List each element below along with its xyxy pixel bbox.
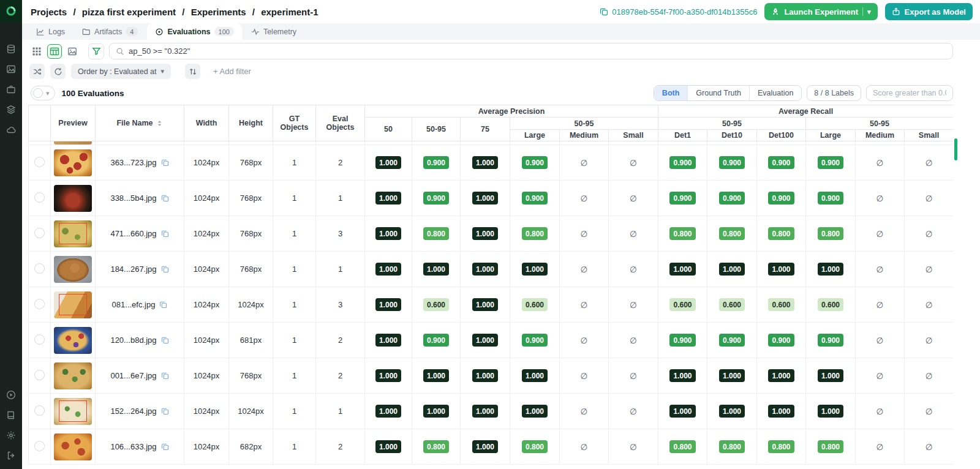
search-bar[interactable]	[109, 43, 953, 59]
segment-both[interactable]: Both	[654, 86, 687, 100]
segment-ground-truth[interactable]: Ground Truth	[687, 86, 749, 100]
docs-icon[interactable]	[6, 410, 16, 420]
image-height: 682px	[240, 442, 262, 451]
preview-thumbnail[interactable]	[54, 141, 92, 144]
image-width: 1024px	[194, 371, 220, 380]
breadcrumb-experiments[interactable]: Experiments	[191, 7, 246, 17]
header-ap50: 50	[365, 118, 412, 141]
row-checkbox[interactable]	[34, 441, 45, 451]
score-filter-input[interactable]	[866, 85, 953, 101]
copy-icon[interactable]	[600, 7, 608, 16]
row-checkbox[interactable]	[34, 370, 45, 380]
labels-filter-button[interactable]: 8 / 8 Labels	[807, 85, 861, 101]
metric-badge: 0.900	[768, 156, 794, 169]
export-as-model-button[interactable]: Export as Model	[885, 3, 973, 20]
breadcrumb-experiment-name[interactable]: experiment-1	[261, 7, 318, 17]
chevron-down-icon: ▾	[46, 90, 50, 97]
empty-value-icon: ∅	[876, 194, 884, 203]
launch-experiment-button[interactable]: Launch Experiment ▾	[764, 3, 877, 20]
table-row[interactable]: 152...264.jpg1024px1024px111.0001.0001.0…	[29, 394, 954, 429]
copy-icon[interactable]	[161, 265, 169, 273]
preview-thumbnail[interactable]	[54, 291, 92, 318]
row-checkbox[interactable]	[34, 157, 45, 167]
row-checkbox[interactable]	[34, 192, 45, 203]
tab-logs[interactable]: Logs	[28, 23, 73, 40]
row-checkbox[interactable]	[34, 334, 45, 345]
tab-artifacts[interactable]: Artifacts 4	[74, 23, 146, 40]
sort-direction-button[interactable]	[185, 64, 200, 79]
preview-thumbnail[interactable]	[54, 327, 92, 354]
copy-icon[interactable]	[159, 301, 167, 309]
metric-badge: 0.900	[522, 334, 548, 347]
table-row[interactable]: 338...5b4.jpg1024px768px111.0000.9001.00…	[29, 181, 954, 216]
experiment-uuid[interactable]: 018978eb-554f-7f00-a350-df014b1355c6	[600, 7, 757, 17]
logout-icon[interactable]	[6, 451, 16, 460]
breadcrumb-projects[interactable]: Projects	[31, 7, 67, 17]
table-row[interactable]: 363...723.jpg1024px768px121.0000.9001.00…	[29, 145, 954, 181]
image-view-button[interactable]	[65, 44, 80, 59]
preview-thumbnail[interactable]	[54, 185, 92, 212]
refresh-button[interactable]	[50, 64, 66, 79]
metric-badge: 0.800	[818, 227, 843, 240]
shuffle-button[interactable]	[29, 64, 45, 79]
chevron-down-icon[interactable]: ▾	[867, 9, 871, 15]
row-checkbox[interactable]	[34, 263, 45, 274]
breadcrumb-project-name[interactable]: pizza first experiment	[82, 7, 176, 17]
copy-icon[interactable]	[161, 372, 169, 380]
table-row[interactable]: 471...660.jpg1024px768px131.0000.8001.00…	[29, 216, 954, 252]
preview-thumbnail[interactable]	[54, 398, 92, 425]
tab-telemetry[interactable]: Telemetry	[243, 23, 304, 40]
deployments-icon[interactable]	[6, 125, 16, 135]
preview-thumbnail[interactable]	[54, 220, 92, 247]
table-row[interactable]: 081...efc.jpg1024px1024px131.0000.6001.0…	[29, 287, 954, 323]
metric-badge: 0.900	[768, 334, 794, 347]
chart-icon	[36, 28, 45, 36]
copy-icon[interactable]	[161, 443, 169, 451]
table-row[interactable]: 184...267.jpg1024px768px111.0001.0001.00…	[29, 252, 954, 287]
gallery-icon[interactable]	[6, 64, 16, 74]
playground-icon[interactable]	[6, 390, 16, 400]
copy-icon[interactable]	[161, 159, 169, 167]
header-file-name[interactable]: File Name	[96, 105, 184, 141]
table-icon	[50, 47, 59, 56]
copy-icon[interactable]	[161, 194, 169, 202]
row-checkbox[interactable]	[34, 299, 45, 309]
projects-icon[interactable]	[6, 84, 16, 94]
filter-button[interactable]	[88, 43, 104, 59]
table-row[interactable]: 106...633.jpg1024px682px121.0000.8001.00…	[29, 429, 954, 465]
copy-icon[interactable]	[161, 230, 169, 238]
breadcrumb-separator: /	[252, 7, 255, 17]
table-row[interactable]: 001...6e7.jpg1024px768px121.0001.0001.00…	[29, 358, 954, 394]
preview-thumbnail[interactable]	[54, 362, 92, 389]
select-all-control[interactable]: ▾	[31, 86, 55, 100]
segment-evaluation[interactable]: Evaluation	[749, 86, 801, 100]
preview-thumbnail[interactable]	[54, 433, 92, 460]
table-row[interactable]: 120...b8d.jpg1024px681px121.0000.9001.00…	[29, 323, 954, 358]
row-checkbox[interactable]	[34, 405, 45, 416]
metric-badge: 1.000	[669, 405, 695, 418]
tab-evaluations[interactable]: Evaluations 100	[147, 23, 242, 40]
row-checkbox[interactable]	[34, 228, 45, 238]
copy-icon[interactable]	[161, 407, 169, 415]
tab-bar: Logs Artifacts 4 Evaluations 100 Telemet…	[22, 23, 980, 40]
metric-badge: 0.900	[423, 156, 449, 169]
table-view-button[interactable]	[47, 44, 62, 59]
models-icon[interactable]	[6, 105, 16, 114]
add-filter-button[interactable]: + Add filter	[213, 67, 251, 76]
metric-badge: 1.000	[472, 369, 498, 382]
preview-thumbnail[interactable]	[54, 149, 92, 176]
order-by-dropdown[interactable]: Order by : Evaluated at ▾	[71, 64, 171, 79]
app-logo[interactable]	[0, 0, 22, 22]
preview-thumbnail[interactable]	[54, 256, 92, 283]
grid-view-button[interactable]	[29, 44, 44, 59]
search-input[interactable]	[129, 47, 946, 56]
datasets-icon[interactable]	[6, 44, 16, 54]
vertical-scrollbar-thumb[interactable]	[954, 138, 957, 160]
copy-icon[interactable]	[161, 336, 169, 344]
column-sort-icon[interactable]	[156, 120, 163, 127]
eval-objects-count: 3	[338, 229, 342, 238]
settings-gear-icon[interactable]	[6, 430, 16, 440]
header-height: Height	[229, 105, 273, 141]
select-all-checkbox[interactable]	[33, 88, 43, 98]
header-width: Width	[184, 105, 229, 141]
